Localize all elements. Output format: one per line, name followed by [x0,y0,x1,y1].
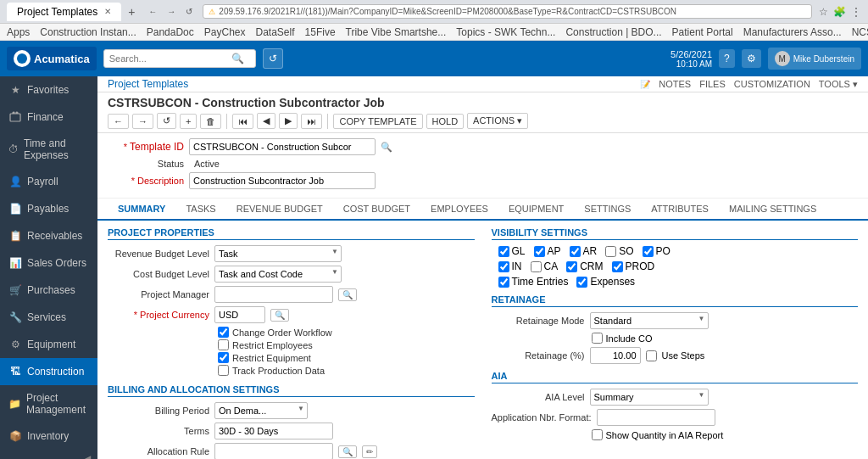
tab-summary[interactable]: SUMMARY [108,199,175,221]
template-id-search-icon[interactable]: 🔍 [381,142,392,153]
vis-ca-checkbox[interactable] [531,261,542,272]
sidebar-item-inventory[interactable]: 📦 Inventory [0,423,97,450]
next-record-button[interactable]: ▶ [279,113,298,129]
bookmark-ncs[interactable]: NCS Global Instance [852,26,868,38]
revenue-budget-select[interactable]: Task [214,245,342,262]
restrict-equipment-checkbox[interactable] [218,352,229,363]
bookmark-pandadoc[interactable]: PandaDoc [147,26,194,38]
description-input[interactable] [189,172,376,189]
cost-budget-select[interactable]: Task and Cost Code [214,266,342,283]
address-bar[interactable]: ⚠ 209.59.176.9/2021R1//(181))/Main?Compa… [203,4,812,19]
add-record-button[interactable]: + [180,114,197,129]
user-button[interactable]: M Mike Duberstein [768,48,861,70]
bookmark-tribe[interactable]: Tribe Vibe Smartshe... [346,26,447,38]
hold-button[interactable]: HOLD [426,114,465,129]
sidebar-item-services[interactable]: 🔧 Services [0,304,97,331]
tab-cost-budget[interactable]: COST BUDGET [333,199,420,221]
sidebar-item-purchases[interactable]: 🛒 Purchases [0,277,97,304]
first-record-button[interactable]: ⏮ [232,114,253,129]
sidebar-item-construction[interactable]: 🏗 Construction [0,358,97,385]
help-button[interactable]: ? [719,49,735,68]
tab-equipment[interactable]: EQUIPMENT [498,199,574,221]
nav-refresh-btn[interactable]: ↺ [182,5,196,18]
sidebar-item-payables[interactable]: 📄 Payables [0,195,97,222]
use-steps-checkbox[interactable] [646,350,657,361]
bookmark-construction[interactable]: Construction Instan... [40,26,136,38]
bookmark-topics[interactable]: Topics - SWK Techn... [456,26,555,38]
extensions-icon[interactable]: 🧩 [833,6,846,18]
aia-level-select[interactable]: Summary [590,389,709,406]
search-icon[interactable]: 🔍 [231,53,244,64]
sidebar-item-receivables[interactable]: 📋 Receivables [0,222,97,249]
breadcrumb-link[interactable]: Project Templates [108,78,188,90]
project-currency-input[interactable] [214,306,265,323]
vis-crm-checkbox[interactable] [566,261,577,272]
show-qty-checkbox[interactable] [592,429,603,440]
sidebar-item-equipment[interactable]: ⚙ Equipment [0,331,97,358]
sidebar-item-favorites[interactable]: ★ Favorites [0,76,97,104]
vis-gl-checkbox[interactable] [498,246,509,257]
restrict-employees-checkbox[interactable] [218,339,229,350]
tab-revenue-budget[interactable]: REVENUE BUDGET [226,199,333,221]
project-manager-input[interactable] [214,286,333,303]
vis-expenses-checkbox[interactable] [576,277,587,288]
currency-search-btn[interactable]: 🔍 [270,309,289,322]
refresh-button[interactable]: ↺ [263,48,283,69]
app-nbr-input[interactable] [597,409,715,426]
vis-po-checkbox[interactable] [643,246,654,257]
track-production-checkbox[interactable] [218,365,229,376]
bookmark-mfg[interactable]: Manufacturers Asso... [743,26,842,38]
bookmark-bdo[interactable]: Construction | BDO... [565,26,661,38]
tab-settings[interactable]: SETTINGS [574,199,641,221]
sidebar-item-finance[interactable]: Finance [0,104,97,131]
project-manager-search-btn[interactable]: 🔍 [338,288,357,301]
sidebar-item-sales-orders[interactable]: 📊 Sales Orders [0,249,97,277]
refresh-record-button[interactable]: ↺ [157,113,176,129]
tab-close-icon[interactable]: ✕ [104,7,111,16]
bookmark-patient[interactable]: Patient Portal [672,26,733,38]
prev-record-button[interactable]: ◀ [257,113,275,129]
customization-button[interactable]: CUSTOMIZATION [734,79,810,89]
search-input[interactable] [109,53,228,64]
forward-button[interactable]: → [132,114,153,129]
allocation-rule-search-btn[interactable]: 🔍 [338,445,357,458]
terms-input[interactable] [214,423,333,439]
bookmark-dataself[interactable]: DataSelf [256,26,295,38]
vis-prod-checkbox[interactable] [612,261,623,272]
copy-template-button[interactable]: COPY TEMPLATE [333,114,422,129]
allocation-rule-edit-btn[interactable]: ✏ [362,445,377,458]
new-tab-btn[interactable]: + [128,5,135,19]
tab-attributes[interactable]: ATTRIBUTES [641,199,719,221]
sidebar-item-time-expenses[interactable]: ⏱ Time and Expenses [0,131,97,168]
sidebar-collapse[interactable]: ◀ [0,450,97,459]
sidebar-item-payroll[interactable]: 👤 Payroll [0,168,97,195]
billing-period-select[interactable]: On Dema... [214,402,308,419]
vis-ar-checkbox[interactable] [570,246,581,257]
tab-employees[interactable]: EMPLOYEES [420,199,498,221]
tab-tasks[interactable]: TASKS [175,199,225,221]
vis-time-entries-checkbox[interactable] [498,277,509,288]
back-button[interactable]: ← [108,114,129,129]
include-co-checkbox[interactable] [592,333,603,344]
delete-record-button[interactable]: 🗑 [200,114,221,129]
last-record-button[interactable]: ⏭ [301,114,322,129]
actions-button[interactable]: ACTIONS ▾ [467,113,528,129]
notes-button[interactable]: NOTES [659,79,691,89]
sidebar-item-project-mgmt[interactable]: 📁 Project Management [0,385,97,423]
retainage-pct-input[interactable] [590,347,641,364]
vis-in-checkbox[interactable] [498,261,509,272]
bookmark-apps[interactable]: Apps [7,26,30,38]
nav-forward-btn[interactable]: → [164,5,179,18]
tab-mailing[interactable]: MAILING SETTINGS [719,199,826,221]
menu-icon[interactable]: ⋮ [851,6,861,18]
nav-back-btn[interactable]: ← [145,5,160,18]
star-icon[interactable]: ☆ [819,6,828,18]
browser-tab[interactable]: Project Templates ✕ [7,3,121,21]
vis-so-checkbox[interactable] [605,246,616,257]
allocation-rule-input[interactable] [214,443,333,459]
app-logo[interactable]: Acumatica [7,47,97,70]
bookmark-15five[interactable]: 15Five [305,26,336,38]
bookmark-paychex[interactable]: PayChex [204,26,246,38]
vis-ap-checkbox[interactable] [534,246,545,257]
retainage-mode-select[interactable]: Standard [590,312,709,329]
